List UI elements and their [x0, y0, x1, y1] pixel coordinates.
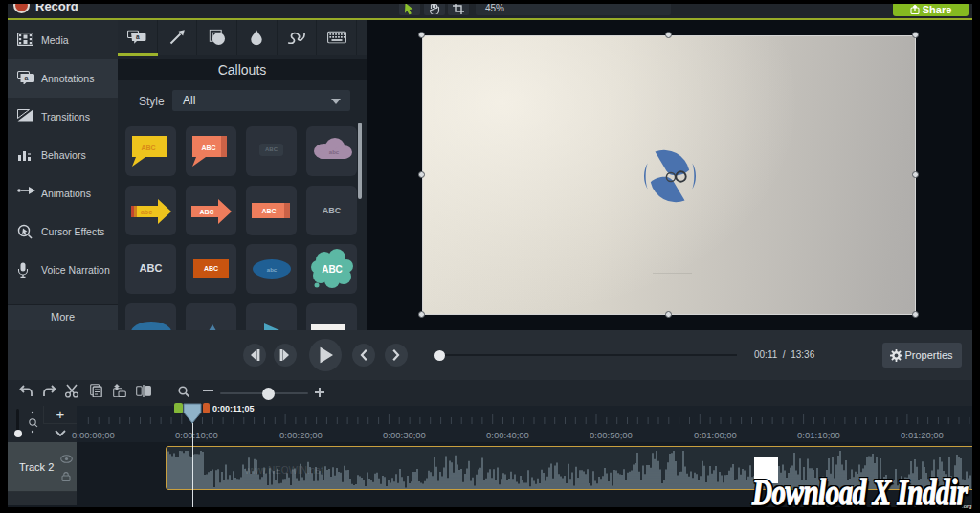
svg-text:ABC: ABC	[199, 209, 213, 215]
svg-text:abc: abc	[267, 267, 278, 273]
svg-text:abc: abc	[141, 209, 152, 215]
svg-text:a: a	[25, 75, 29, 81]
svg-text:abc: abc	[329, 149, 340, 155]
svg-text:ABC: ABC	[261, 208, 276, 214]
svg-text:ABC: ABC	[141, 145, 155, 151]
svg-text:ABC: ABC	[201, 145, 215, 151]
svg-text:a: a	[136, 33, 140, 40]
svg-text:ABC: ABC	[322, 264, 343, 275]
